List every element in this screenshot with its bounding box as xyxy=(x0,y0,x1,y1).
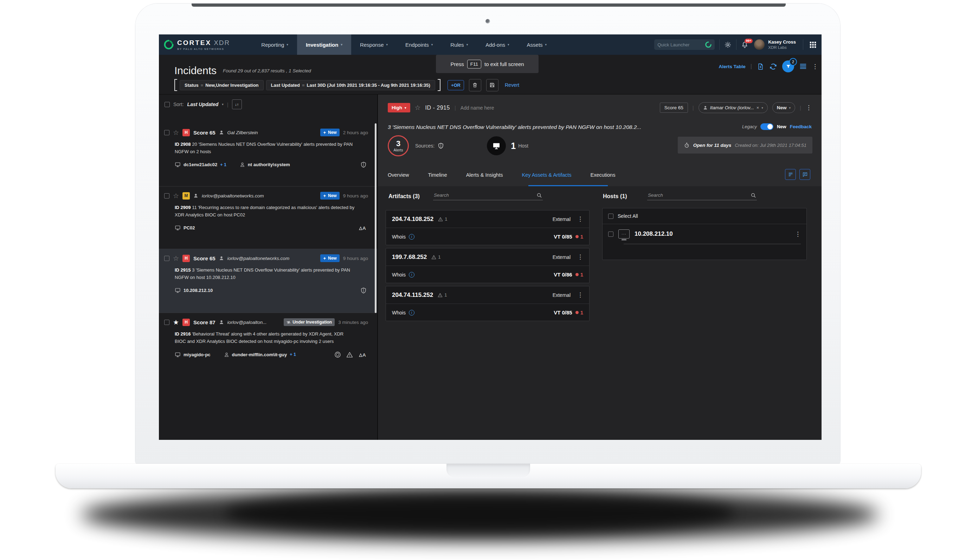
queue-icon[interactable] xyxy=(785,169,796,180)
user-icon xyxy=(224,352,229,357)
nav-item-response[interactable]: Response▾ xyxy=(351,34,397,55)
page-title: Incidents xyxy=(174,65,217,76)
filter-token-last-updated[interactable]: Last Updated=Last 30D (Jul 10th 2021 19:… xyxy=(266,80,435,90)
user-extra-count[interactable]: + 1 xyxy=(290,352,296,357)
sort-value[interactable]: Last Updated xyxy=(187,102,219,107)
save-filter-button[interactable] xyxy=(486,79,499,91)
revert-link[interactable]: Revert xyxy=(505,82,519,88)
user-info[interactable]: Kasey Cross XDR Labs xyxy=(768,39,796,50)
nav-item-reporting[interactable]: Reporting▾ xyxy=(252,34,297,55)
nav-item-rules[interactable]: Rules▾ xyxy=(441,34,477,55)
kebab-menu-icon[interactable]: ⋮ xyxy=(806,105,812,111)
divider: | xyxy=(750,63,752,70)
sort-direction-icon[interactable]: ↓↑ xyxy=(232,99,242,109)
monitor-icon xyxy=(175,225,181,231)
incident-card-2915-selected[interactable]: ☆ H Score 65 iorlov@paloaltonetworks.com… xyxy=(159,249,377,313)
comment-icon[interactable] xyxy=(800,169,810,180)
star-icon[interactable]: ☆ xyxy=(173,129,179,136)
nav-item-endpoints[interactable]: Endpoints▾ xyxy=(397,34,441,55)
key-assets-content: Artifacts (3) 204.74.108.252 1 External … xyxy=(378,186,822,440)
artifact-card[interactable]: 199.7.68.252 1 External ⋮ Whois i VT 0/8… xyxy=(386,248,589,283)
select-all-checkbox[interactable] xyxy=(164,102,170,107)
kebab-menu-icon[interactable]: ⋮ xyxy=(577,254,583,260)
filter-icon[interactable]: 2 xyxy=(782,60,794,72)
kebab-menu-icon[interactable]: ⋮ xyxy=(577,216,583,222)
bell-icon[interactable]: 99+ xyxy=(741,41,749,48)
legacy-label: Legacy xyxy=(742,124,757,129)
add-or-filter-button[interactable]: +OR xyxy=(448,80,464,90)
refresh-icon[interactable] xyxy=(769,62,777,71)
tab-executions[interactable]: Executions xyxy=(591,172,615,178)
user-icon xyxy=(703,105,708,110)
artifact-card[interactable]: 204.74.108.252 1 External ⋮ Whois i VT 0… xyxy=(386,210,589,245)
nav-item-investigation[interactable]: Investigation▾ xyxy=(297,34,351,55)
incident-card-2908[interactable]: ☆ H Score 65 Gal Zilberstein New 2 hours… xyxy=(159,123,377,186)
user-icon xyxy=(219,130,224,135)
kebab-menu-icon[interactable]: ⋮ xyxy=(795,231,801,237)
chevron-down-icon: ▾ xyxy=(287,43,288,46)
info-icon[interactable]: i xyxy=(409,234,414,240)
star-icon[interactable]: ☆ xyxy=(173,192,179,199)
star-icon[interactable]: ☆ xyxy=(415,104,421,111)
alerts-table-link[interactable]: Alerts Table xyxy=(719,64,746,69)
incident-name-placeholder[interactable]: Add name here xyxy=(460,105,494,111)
feedback-link[interactable]: Feedback xyxy=(790,124,812,129)
artifact-value: 204.74.115.252 xyxy=(392,291,433,299)
host-extra-count[interactable]: + 1 xyxy=(220,162,226,167)
tab-timeline[interactable]: Timeline xyxy=(428,172,447,178)
chevron-down-icon[interactable]: ▾ xyxy=(222,103,224,106)
incident-checkbox[interactable] xyxy=(164,193,169,199)
select-all-checkbox[interactable] xyxy=(608,213,613,219)
info-icon[interactable]: i xyxy=(409,272,414,278)
tab-action-icons xyxy=(785,169,810,180)
artifact-card[interactable]: 204.74.115.252 1 External ⋮ Whois i VT 0… xyxy=(386,286,589,321)
incident-card-2909[interactable]: ☆ M iorlov@paloaltonetworks.com New 9 ho… xyxy=(159,186,377,249)
whois-label[interactable]: Whois xyxy=(392,310,406,315)
detail-header-band: High▾ ☆ ID - 2915 | Add name here Score … xyxy=(378,94,822,186)
monitor-icon xyxy=(175,287,181,293)
filter-token-status[interactable]: Status=New,Under Investigation xyxy=(180,80,264,90)
info-icon[interactable]: i xyxy=(409,310,414,315)
monitor-icon xyxy=(175,162,181,167)
incident-checkbox[interactable] xyxy=(164,130,169,135)
host-value: 10.208.212.10 xyxy=(634,231,673,237)
table-view-icon[interactable] xyxy=(799,62,807,71)
laptop-camera xyxy=(486,19,490,24)
nav-item-addons[interactable]: Add-ons▾ xyxy=(477,34,518,55)
kebab-menu-icon[interactable]: ⋮ xyxy=(577,292,583,298)
host-checkbox[interactable] xyxy=(608,232,613,237)
artifact-alert-count: 1 xyxy=(431,255,440,259)
severity-dropdown[interactable]: High▾ xyxy=(388,103,410,113)
close-icon[interactable]: × xyxy=(757,105,759,110)
gear-icon[interactable] xyxy=(724,41,731,48)
analytics-icon: A xyxy=(358,352,366,358)
hosts-heading: Hosts (1) xyxy=(603,193,627,200)
brand-primary: CORTEX xyxy=(177,39,211,46)
tab-alerts-insights[interactable]: Alerts & Insights xyxy=(466,172,503,178)
incident-card-2916[interactable]: ★ H Score 87 iorlov@paloalton... Under I… xyxy=(159,313,377,380)
hosts-search-input[interactable] xyxy=(647,191,757,200)
delete-filter-button[interactable] xyxy=(469,79,481,91)
chevron-down-icon[interactable]: ▾ xyxy=(761,106,763,110)
nav-item-assets[interactable]: Assets▾ xyxy=(518,34,556,55)
star-icon[interactable]: ☆ xyxy=(173,255,179,262)
severity-badge: H xyxy=(182,255,190,262)
assignee-dropdown[interactable]: Itamar Orlov (iorlov... × ▾ xyxy=(698,102,768,113)
list-scrollbar[interactable] xyxy=(375,123,376,313)
app-grid-icon[interactable] xyxy=(809,41,817,48)
whois-label[interactable]: Whois xyxy=(392,272,406,278)
status-dropdown[interactable]: New▾ xyxy=(772,102,795,113)
export-report-icon[interactable] xyxy=(757,63,764,70)
incident-checkbox[interactable] xyxy=(164,320,169,325)
quick-launcher-input[interactable]: Quick Launcher xyxy=(654,39,715,50)
star-icon-filled[interactable]: ★ xyxy=(173,319,179,326)
avatar[interactable] xyxy=(754,39,765,50)
host-row[interactable]: ··· 10.208.212.10 ⋮ xyxy=(602,224,806,244)
incident-checkbox[interactable] xyxy=(164,256,169,261)
tab-key-assets-artifacts[interactable]: Key Assets & Artifacts xyxy=(522,172,571,178)
legacy-new-toggle[interactable] xyxy=(760,123,773,130)
kebab-menu-icon[interactable]: ⋮ xyxy=(812,64,818,70)
tab-overview[interactable]: Overview xyxy=(388,172,409,178)
artifacts-search-input[interactable] xyxy=(433,191,543,200)
whois-label[interactable]: Whois xyxy=(392,234,406,240)
